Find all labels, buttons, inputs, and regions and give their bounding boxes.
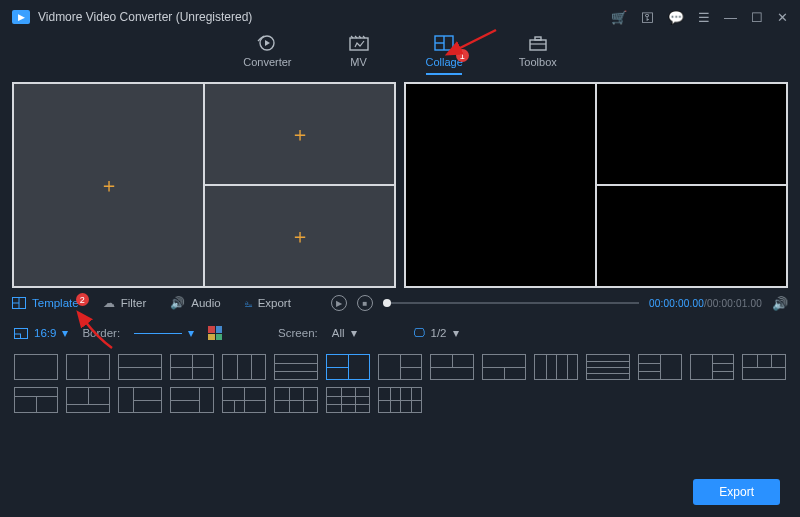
template-icon — [12, 297, 26, 309]
panel-tab-template[interactable]: Template 2 — [12, 297, 79, 309]
template-thumb[interactable] — [66, 387, 110, 413]
add-icon: ＋ — [99, 172, 119, 199]
template-thumb-selected[interactable] — [326, 354, 370, 380]
svg-rect-2 — [350, 38, 368, 50]
svg-marker-1 — [265, 40, 270, 46]
panel-tabs: Template 2 ☁ Filter 🔊 Audio ⎁ Export ▶ ■… — [0, 288, 800, 318]
window-controls: 🛒 ⚿ 💬 ☰ — ☐ ✕ — [611, 10, 788, 25]
time-display: 00:00:00.00/00:00:01.00 — [649, 298, 762, 309]
panel-tab-export[interactable]: ⎁ Export — [245, 296, 291, 310]
mv-icon — [348, 34, 370, 52]
tab-toolbox[interactable]: Toolbox — [519, 34, 557, 72]
collage-editor[interactable]: ＋ ＋ ＋ — [12, 82, 396, 288]
converter-icon — [256, 34, 278, 52]
close-icon[interactable]: ✕ — [777, 10, 788, 25]
window-title: Vidmore Video Converter (Unregistered) — [38, 10, 603, 24]
template-thumb[interactable] — [378, 354, 422, 380]
menu-icon[interactable]: ☰ — [698, 10, 710, 25]
preview-cell — [596, 185, 787, 287]
template-thumb[interactable] — [118, 387, 162, 413]
preview-panel — [404, 82, 788, 288]
template-thumb[interactable] — [222, 354, 266, 380]
screen-label: Screen: — [278, 327, 318, 339]
template-thumb[interactable] — [586, 354, 630, 380]
chevron-down-icon: ▾ — [453, 326, 459, 340]
key-icon[interactable]: ⚿ — [641, 10, 654, 25]
template-thumb[interactable] — [14, 354, 58, 380]
feedback-icon[interactable]: 💬 — [668, 10, 684, 25]
main-tabs: Converter MV Collage 1 Toolbox — [0, 34, 800, 82]
panel-tab-filter[interactable]: ☁ Filter — [103, 296, 147, 310]
annotation-badge-2: 2 — [76, 293, 89, 306]
template-thumb[interactable] — [274, 354, 318, 380]
template-thumb[interactable] — [482, 354, 526, 380]
timeline-slider[interactable] — [383, 302, 639, 304]
template-thumb[interactable] — [170, 354, 214, 380]
template-thumb[interactable] — [638, 354, 682, 380]
tab-mv[interactable]: MV — [348, 34, 370, 72]
play-button[interactable]: ▶ — [331, 295, 347, 311]
add-icon: ＋ — [290, 223, 310, 250]
title-bar: ▶ Vidmore Video Converter (Unregistered)… — [0, 0, 800, 34]
export-button[interactable]: Export — [693, 479, 780, 505]
collage-cell[interactable]: ＋ — [13, 83, 204, 287]
screen-select[interactable]: All▾ — [332, 326, 357, 340]
template-thumb[interactable] — [14, 387, 58, 413]
tab-collage[interactable]: Collage 1 — [426, 34, 463, 72]
tab-converter[interactable]: Converter — [243, 34, 291, 72]
collage-cell[interactable]: ＋ — [204, 83, 395, 185]
work-area: ＋ ＋ ＋ — [0, 82, 800, 288]
preview-cell — [596, 83, 787, 185]
aspect-select[interactable]: 16:9 ▾ — [14, 326, 68, 340]
chevron-down-icon: ▾ — [351, 326, 357, 340]
aspect-icon — [14, 328, 28, 339]
border-style-select[interactable]: ▾ — [134, 326, 194, 340]
template-grid — [0, 348, 800, 413]
template-thumb[interactable] — [430, 354, 474, 380]
template-thumb[interactable] — [378, 387, 422, 413]
svg-rect-6 — [530, 40, 546, 50]
stop-button[interactable]: ■ — [357, 295, 373, 311]
chevron-down-icon: ▾ — [62, 326, 68, 340]
toolbox-icon — [527, 34, 549, 52]
audio-icon: 🔊 — [170, 296, 185, 310]
template-thumb[interactable] — [118, 354, 162, 380]
collage-icon — [433, 34, 455, 52]
template-thumb[interactable] — [170, 387, 214, 413]
template-thumb[interactable] — [66, 354, 110, 380]
collage-cell[interactable]: ＋ — [204, 185, 395, 287]
app-logo-icon: ▶ — [12, 10, 30, 24]
volume-icon[interactable]: 🔊 — [772, 296, 788, 311]
chevron-down-icon: ▾ — [188, 326, 194, 340]
maximize-icon[interactable]: ☐ — [751, 10, 763, 25]
preview-cell — [405, 83, 596, 287]
monitor-icon: 🖵 — [413, 326, 425, 340]
page-select[interactable]: 🖵 1/2 ▾ — [413, 326, 459, 340]
template-thumb[interactable] — [326, 387, 370, 413]
template-thumb[interactable] — [274, 387, 318, 413]
svg-rect-13 — [15, 334, 21, 339]
export-icon: ⎁ — [245, 296, 252, 310]
border-color-picker[interactable] — [208, 326, 222, 340]
panel-tab-audio[interactable]: 🔊 Audio — [170, 296, 220, 310]
filter-icon: ☁ — [103, 296, 115, 310]
annotation-badge-1: 1 — [456, 49, 469, 62]
timeline-knob[interactable] — [383, 299, 391, 307]
minimize-icon[interactable]: — — [724, 10, 737, 25]
border-label: Border: — [82, 327, 120, 339]
svg-rect-7 — [535, 37, 541, 40]
template-thumb[interactable] — [742, 354, 786, 380]
add-icon: ＋ — [290, 121, 310, 148]
cart-icon[interactable]: 🛒 — [611, 10, 627, 25]
footer: Export — [693, 479, 780, 505]
template-thumb[interactable] — [534, 354, 578, 380]
template-options: 16:9 ▾ Border: ▾ Screen: All▾ 🖵 1/2 ▾ — [0, 318, 800, 348]
template-thumb[interactable] — [222, 387, 266, 413]
template-thumb[interactable] — [690, 354, 734, 380]
player-controls: ▶ ■ 00:00:00.00/00:00:01.00 🔊 — [331, 295, 788, 311]
